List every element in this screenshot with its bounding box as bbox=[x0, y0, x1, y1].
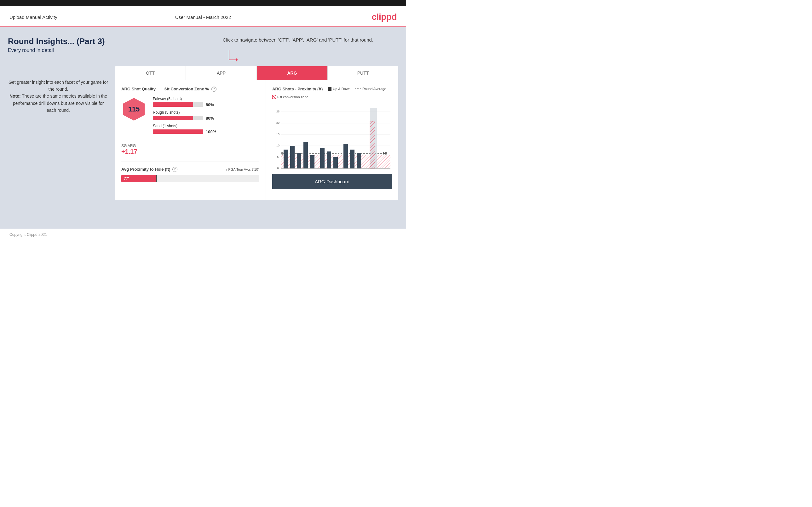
svg-rect-27 bbox=[310, 155, 314, 168]
svg-text:25: 25 bbox=[276, 110, 280, 113]
content-layout: Get greater insight into each facet of y… bbox=[8, 66, 398, 200]
tab-arg[interactable]: ARG bbox=[257, 66, 328, 80]
insight-text: Get greater insight into each facet of y… bbox=[8, 79, 109, 114]
proximity-bar-fill: 77' bbox=[121, 175, 156, 182]
svg-rect-31 bbox=[344, 144, 348, 168]
svg-rect-25 bbox=[297, 153, 301, 168]
legend-items: Up & Down Round Average bbox=[328, 87, 386, 91]
hexagon-container: 115 Fairway (5 shots) 80% bbox=[121, 97, 259, 137]
proximity-header: Avg Proximity to Hole (ft) ? ↑ PGA Tour … bbox=[121, 167, 259, 172]
proximity-bar-track: 77' bbox=[121, 175, 259, 182]
card-body: ARG Shot Quality 6ft Conversion Zone % ?… bbox=[115, 80, 398, 200]
bar-track-fairway bbox=[153, 102, 203, 107]
copyright-text: Copyright Clippd 2021 bbox=[9, 232, 47, 237]
page-title: Round Insights... (Part 3) bbox=[8, 37, 105, 46]
legend-up-down-icon bbox=[328, 87, 332, 91]
legend-6ft-icon bbox=[272, 95, 276, 99]
svg-text:20: 20 bbox=[276, 121, 280, 124]
bar-container-sand: 100% bbox=[153, 129, 259, 134]
bar-label-sand: Sand (1 shots) bbox=[153, 124, 259, 128]
svg-rect-26 bbox=[303, 142, 308, 168]
bar-track-rough bbox=[153, 116, 203, 120]
user-manual-label: User Manual - March 2022 bbox=[175, 14, 231, 20]
bar-fill-sand bbox=[153, 129, 203, 134]
clippd-logo: clippd bbox=[372, 12, 397, 22]
bar-container-fairway: 80% bbox=[153, 102, 259, 107]
sg-label: SG ARG bbox=[121, 144, 259, 148]
bar-container-rough: 80% bbox=[153, 116, 259, 121]
legend-round-avg: Round Average bbox=[355, 87, 386, 91]
svg-text:0: 0 bbox=[277, 167, 278, 170]
proximity-section: Avg Proximity to Hole (ft) ? ↑ PGA Tour … bbox=[121, 162, 259, 182]
legend-up-down: Up & Down bbox=[328, 87, 350, 91]
pga-avg-label: ↑ PGA Tour Avg: 7'10" bbox=[225, 168, 259, 171]
legend-6ft-row: 6 ft conversion zone bbox=[272, 95, 392, 99]
svg-rect-23 bbox=[284, 150, 288, 168]
arg-dashboard-button[interactable]: ARG Dashboard bbox=[272, 174, 392, 189]
svg-rect-30 bbox=[334, 157, 338, 168]
svg-rect-24 bbox=[290, 146, 295, 168]
left-panel: Get greater insight into each facet of y… bbox=[8, 66, 109, 114]
card-right-section: ARG Shots - Proximity (ft) Up & Down Rou… bbox=[266, 80, 398, 200]
sg-value: +1.17 bbox=[121, 148, 259, 155]
bar-row-fairway: Fairway (5 shots) 80% bbox=[153, 97, 259, 107]
hexagon-number: 115 bbox=[128, 105, 140, 113]
chart-title: ARG Shots - Proximity (ft) bbox=[272, 87, 323, 91]
bar-fill-fairway bbox=[153, 102, 193, 107]
bar-pct-fairway: 80% bbox=[206, 102, 217, 107]
svg-text:10: 10 bbox=[276, 144, 280, 147]
tab-ott[interactable]: OTT bbox=[115, 66, 186, 80]
bar-pct-rough: 80% bbox=[206, 116, 217, 121]
svg-rect-34 bbox=[370, 121, 375, 168]
card-left-section: ARG Shot Quality 6ft Conversion Zone % ?… bbox=[115, 80, 266, 200]
page-subtitle: Every round in detail bbox=[8, 48, 105, 53]
footer: Copyright Clippd 2021 bbox=[0, 229, 406, 240]
main-content: Round Insights... (Part 3) Every round i… bbox=[0, 27, 406, 229]
proximity-title: Avg Proximity to Hole (ft) ? bbox=[121, 167, 177, 172]
svg-point-19 bbox=[281, 152, 284, 155]
navigate-hint: Click to navigate between 'OTT', 'APP', … bbox=[223, 37, 373, 44]
bar-pct-sand: 100% bbox=[206, 129, 217, 134]
proximity-help-icon[interactable]: ? bbox=[172, 167, 177, 172]
legend-round-avg-icon bbox=[355, 89, 361, 89]
bar-track-sand bbox=[153, 129, 203, 134]
conversion-zone-title: 6ft Conversion Zone % bbox=[164, 87, 209, 91]
bar-fill-rough bbox=[153, 116, 193, 120]
upload-manual-label: Upload Manual Activity bbox=[9, 14, 57, 20]
tab-app[interactable]: APP bbox=[186, 66, 257, 80]
top-bar bbox=[0, 0, 406, 6]
svg-rect-29 bbox=[327, 152, 331, 168]
bar-row-sand: Sand (1 shots) 100% bbox=[153, 124, 259, 134]
tab-putt[interactable]: PUTT bbox=[328, 66, 398, 80]
svg-rect-33 bbox=[357, 153, 361, 168]
bar-label-rough: Rough (5 shots) bbox=[153, 110, 259, 115]
shot-quality-title: ARG Shot Quality bbox=[121, 87, 156, 91]
bar-row-rough: Rough (5 shots) 80% bbox=[153, 110, 259, 121]
section-header: ARG Shot Quality 6ft Conversion Zone % ? bbox=[121, 87, 259, 92]
svg-rect-28 bbox=[320, 148, 324, 168]
svg-text:5: 5 bbox=[277, 155, 278, 158]
hexagon-badge: 115 bbox=[121, 97, 147, 122]
chart-svg: 0 5 10 15 20 25 bbox=[272, 101, 392, 171]
legend-6ft-item: 6 ft conversion zone bbox=[272, 95, 308, 99]
chart-area: 0 5 10 15 20 25 bbox=[272, 101, 392, 171]
chart-header: ARG Shots - Proximity (ft) Up & Down Rou… bbox=[272, 87, 392, 91]
arrow-annotation bbox=[223, 49, 240, 66]
proximity-cursor bbox=[156, 175, 157, 182]
bar-label-fairway: Fairway (5 shots) bbox=[153, 97, 259, 101]
sg-section: SG ARG +1.17 bbox=[121, 144, 259, 155]
dashboard-card: OTT APP ARG PUTT ARG Shot Quality 6ft Co… bbox=[115, 66, 398, 200]
svg-marker-2 bbox=[236, 58, 238, 62]
svg-rect-32 bbox=[350, 150, 354, 168]
header: Upload Manual Activity User Manual - Mar… bbox=[0, 6, 406, 27]
shot-quality-bars: Fairway (5 shots) 80% Rough bbox=[153, 97, 259, 137]
tabs: OTT APP ARG PUTT bbox=[115, 66, 398, 80]
help-icon[interactable]: ? bbox=[211, 87, 216, 92]
svg-text:15: 15 bbox=[276, 132, 280, 136]
